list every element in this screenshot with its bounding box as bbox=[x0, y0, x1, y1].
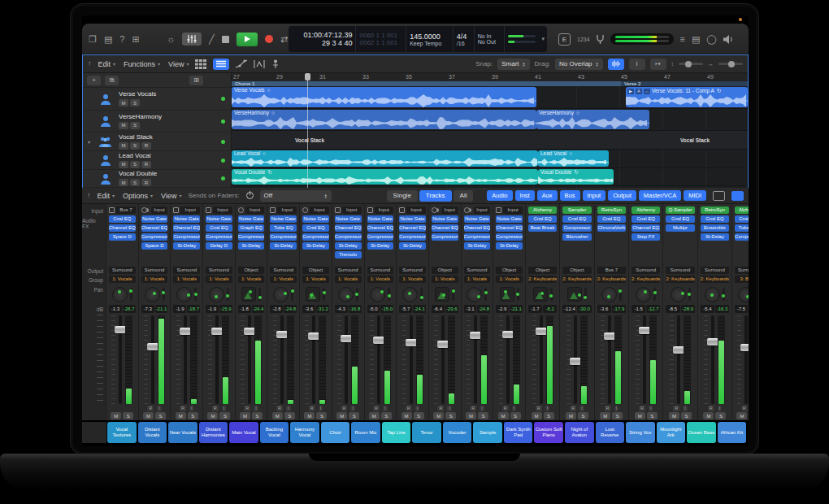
track-name-chip[interactable]: String Vox bbox=[626, 422, 655, 443]
group-slot[interactable]: 1: Vocals bbox=[141, 276, 168, 283]
input-slot[interactable]: Input bbox=[245, 206, 265, 214]
audio-fx-slot[interactable]: Noise Gate bbox=[173, 215, 200, 223]
fader-cap[interactable] bbox=[244, 328, 255, 335]
drag-dropdown[interactable]: No Overlap▲▼ bbox=[555, 59, 602, 70]
group-slot[interactable]: 1: Vocals bbox=[109, 276, 136, 283]
object-panner[interactable] bbox=[533, 287, 548, 302]
audio-region[interactable]: Vocal Double↻ bbox=[232, 169, 538, 185]
filter-mastervca[interactable]: Master/VCA bbox=[639, 190, 681, 201]
record-enable-button[interactable]: R bbox=[502, 406, 509, 411]
hierarchy-up-icon[interactable]: ↑ bbox=[88, 60, 92, 67]
fader-cap[interactable] bbox=[604, 332, 615, 340]
audio-fx-slot[interactable]: Compressor bbox=[432, 233, 458, 241]
fader-cap[interactable] bbox=[570, 358, 581, 365]
fader-db-value[interactable]: -12.4 bbox=[562, 305, 576, 313]
pan-mini-slider[interactable] bbox=[291, 288, 293, 301]
mixer-hierarchy-icon[interactable]: ↑ bbox=[87, 192, 91, 199]
audio-region[interactable]: Vocal Double↻ bbox=[538, 169, 614, 185]
group-slot[interactable]: 2: Keyboards bbox=[666, 276, 694, 283]
group-slot[interactable]: 1: Vocals bbox=[238, 276, 265, 283]
group-slot[interactable]: 1: Vocals bbox=[270, 276, 297, 283]
mute-button[interactable]: M bbox=[703, 412, 714, 419]
group-slot[interactable]: 3: Bass bbox=[735, 276, 749, 283]
record-enable-button[interactable]: R bbox=[341, 406, 347, 411]
filter-audio[interactable]: Audio bbox=[487, 190, 512, 201]
fader-cap[interactable] bbox=[673, 346, 684, 354]
volume-fader[interactable] bbox=[345, 315, 348, 404]
track-name[interactable]: Lead Vocal bbox=[119, 153, 151, 159]
group-slot[interactable]: 1: Vocals bbox=[464, 276, 491, 283]
pan-mini-slider[interactable] bbox=[653, 288, 656, 301]
fader-db-value[interactable]: -5.4 bbox=[701, 305, 714, 313]
audio-fx-slot[interactable]: Noise Gate bbox=[238, 215, 265, 223]
mute-button[interactable]: M bbox=[272, 412, 283, 419]
instrument-slot[interactable]: Q-Sampler bbox=[666, 206, 694, 214]
fader-cap[interactable] bbox=[470, 332, 481, 339]
track-lane[interactable]: Vocal StackVocal Stack bbox=[232, 131, 748, 150]
solo-button[interactable]: S bbox=[478, 412, 488, 419]
record-enable-button[interactable]: R bbox=[309, 406, 315, 411]
solo-button[interactable]: S bbox=[130, 179, 140, 186]
track-name[interactable]: Vocal Stack bbox=[119, 134, 153, 141]
solo-button[interactable]: S bbox=[130, 122, 140, 129]
track-name-chip[interactable]: Dark Synth Pad bbox=[504, 422, 533, 443]
mute-button[interactable]: M bbox=[240, 412, 250, 419]
fader-db-value[interactable]: -2.8 bbox=[270, 305, 283, 313]
solo-button[interactable]: S bbox=[544, 412, 554, 419]
record-enable-button[interactable]: R bbox=[536, 406, 542, 411]
audio-fx-slot[interactable]: St-Delay bbox=[238, 242, 265, 250]
track-name-chip[interactable]: Lost Reverse bbox=[596, 422, 625, 443]
pan-mini-slider[interactable] bbox=[323, 288, 325, 301]
horizontal-zoom-slider[interactable] bbox=[718, 63, 743, 65]
object-panner[interactable] bbox=[435, 287, 449, 302]
volume-fader[interactable] bbox=[410, 315, 413, 404]
track-name[interactable]: Verse Vocals bbox=[119, 91, 156, 98]
output-slot[interactable]: Surround bbox=[206, 267, 232, 274]
solo-button[interactable]: S bbox=[414, 412, 424, 419]
input-monitor-button[interactable]: I bbox=[189, 406, 194, 411]
track-name-chip[interactable]: Custom Soft Piano bbox=[534, 422, 563, 443]
track-name[interactable]: Vocal Double bbox=[119, 171, 157, 177]
record-enable-button[interactable]: R bbox=[406, 406, 412, 411]
fader-db-value[interactable]: -3.6 bbox=[302, 305, 315, 313]
lcd-display[interactable]: 01:00:47:12.39 29 3 4 40 0060 1 1 001 00… bbox=[289, 26, 547, 52]
track-header[interactable]: ▾ Vocal Stack MSR bbox=[83, 133, 231, 151]
input-slot[interactable]: Input bbox=[151, 206, 168, 214]
mute-button[interactable]: M bbox=[336, 412, 347, 419]
surround-panner[interactable] bbox=[370, 287, 385, 302]
record-enable-button[interactable]: R bbox=[570, 406, 576, 411]
fader-cap[interactable] bbox=[211, 328, 223, 335]
record-enable-button[interactable]: R bbox=[639, 406, 645, 411]
audio-fx-slot[interactable]: Cnsl EQ bbox=[302, 224, 329, 232]
track-lane[interactable]: VerseHarmony○VerseHarmony○ bbox=[232, 109, 748, 131]
narrow-strips-icon[interactable] bbox=[713, 191, 725, 201]
fader-db-value[interactable]: -5.0 bbox=[367, 305, 380, 313]
audio-fx-slot[interactable]: Beat Break bbox=[528, 224, 557, 232]
audio-fx-slot[interactable]: St-Delay bbox=[399, 242, 426, 250]
fader-db-value[interactable]: -1.8 bbox=[238, 305, 251, 313]
audio-region[interactable]: VerseHarmony○ bbox=[232, 110, 536, 129]
input-monitor-button[interactable]: I bbox=[683, 406, 688, 411]
group-slot[interactable]: 1: Vocals bbox=[367, 276, 394, 283]
vertical-zoom-slider[interactable] bbox=[679, 63, 703, 65]
group-slot[interactable]: 2: Keyboards bbox=[562, 276, 591, 283]
audio-fx-slot[interactable]: Noise Gate bbox=[399, 215, 426, 223]
mute-button[interactable]: M bbox=[532, 412, 542, 419]
instrument-slot[interactable]: Alchemy bbox=[632, 206, 660, 214]
audio-fx-slot[interactable]: Delay D bbox=[206, 242, 232, 250]
volume-fader[interactable] bbox=[474, 315, 477, 404]
audio-region[interactable]: Lead Vocal○ bbox=[232, 150, 538, 167]
disclosure-icon[interactable]: ▾ bbox=[88, 139, 93, 145]
pencil-icon[interactable]: ╱ bbox=[209, 35, 215, 44]
input-monitor-button[interactable]: I bbox=[383, 406, 388, 411]
audio-fx-slot[interactable]: Compressor bbox=[464, 233, 491, 241]
audio-fx-slot[interactable]: Noise Gate bbox=[496, 215, 523, 223]
solo-button[interactable]: S bbox=[316, 412, 327, 419]
solo-button[interactable]: S bbox=[381, 412, 392, 419]
fader-db-value[interactable]: -1.9 bbox=[173, 305, 186, 313]
group-slot[interactable]: 1: Vocals bbox=[496, 276, 523, 283]
input-slot[interactable]: Input bbox=[503, 206, 523, 214]
solo-button[interactable]: S bbox=[123, 412, 133, 419]
track-name-chip[interactable]: Room Mic bbox=[351, 422, 380, 443]
audio-fx-slot[interactable]: Cnsl EQ bbox=[701, 215, 729, 223]
